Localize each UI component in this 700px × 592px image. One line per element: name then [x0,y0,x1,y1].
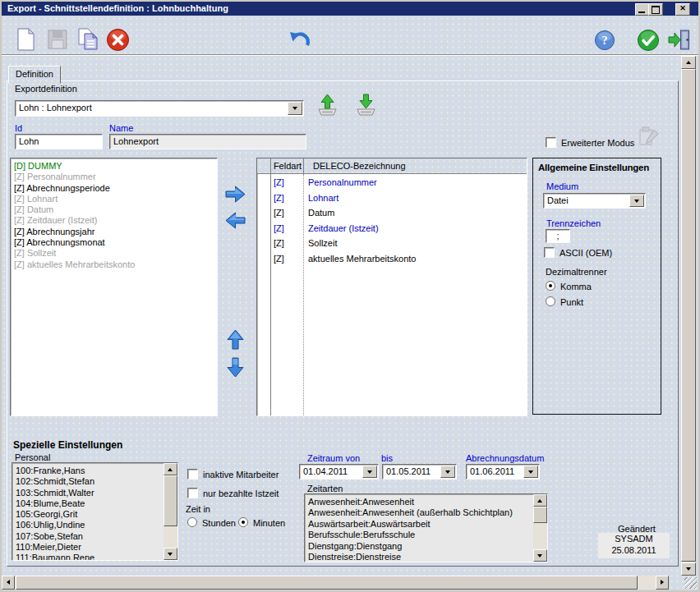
zeitraum-von-datepicker[interactable]: 01.04.2011 [299,464,379,480]
arrow-right-icon [224,185,246,204]
scrollbar-thumb[interactable] [681,69,696,562]
table-row[interactable]: [Z]Personalnummer [257,175,527,190]
list-item[interactable]: [D] DUMMY [11,161,217,172]
move-down-button[interactable] [226,356,245,380]
header-divider [303,158,304,173]
move-up-button[interactable] [226,328,245,352]
list-item[interactable]: [Z] Zeitdauer (Istzeit) [11,215,217,226]
erweiterter-modus-checkbox[interactable] [546,137,556,148]
scroll-down-button[interactable] [681,562,696,576]
feldart-cell: [Z] [274,221,284,236]
table-row[interactable]: [Z]Datum [257,205,527,221]
punkt-radio[interactable] [546,296,555,306]
list-item[interactable]: [Z] Datum [11,204,217,215]
abrechnungsdatum-dropdown-button[interactable] [523,466,538,478]
scroll-up-button[interactable] [533,494,547,507]
ok-button[interactable] [637,29,660,53]
new-button[interactable] [14,27,37,53]
list-item[interactable]: Dienstreise:Dienstreise [305,552,547,562]
edit-definition-button[interactable] [638,126,660,149]
close-button[interactable]: ✕ [675,3,690,16]
zeitraum-von-dropdown-button[interactable] [362,466,377,478]
komma-radio[interactable] [546,281,555,291]
list-item[interactable]: [Z] Abrechnungsjahr [11,227,217,237]
list-item[interactable]: 105:Georgi,Grit [12,509,177,520]
personal-list-scrollbar[interactable] [163,463,177,560]
zeitarten-list[interactable]: Anwesenheit:Anwesenheit Anwesenheit:Anwe… [304,493,548,562]
table-row[interactable]: [Z]aktuelles Mehrarbeitskonto [257,251,527,267]
list-item[interactable]: 100:Franke,Hans [12,466,177,476]
exportdefinition-combobox[interactable]: Lohn : Lohnexport [15,100,304,117]
list-item[interactable]: Anwesenheit:Anwesenheit [305,497,547,507]
list-item[interactable]: [Z] Abrechnungsmonat [11,237,217,248]
minuten-radio[interactable] [238,517,248,527]
delete-button[interactable] [105,27,131,54]
save-button[interactable] [46,28,69,53]
list-item[interactable]: 106:Uhlig,Undine [12,520,177,530]
scroll-down-button[interactable] [533,549,547,562]
scroll-left-button[interactable] [2,576,15,590]
scroll-up-button[interactable] [681,56,696,69]
window-vertical-scrollbar[interactable] [681,56,696,576]
export-definition-button[interactable] [315,92,340,119]
list-item[interactable]: [Z] aktuelles Mehrarbeitskonto [11,259,217,270]
medium-dropdown-button[interactable] [629,195,644,207]
list-item[interactable]: [Z] Personalnummer [11,172,217,182]
scrollbar-thumb[interactable] [533,507,547,523]
move-left-button[interactable] [224,211,246,232]
window-horizontal-scrollbar[interactable] [2,576,669,590]
stunden-radio[interactable] [187,517,197,527]
new-document-icon [14,27,37,52]
table-row[interactable]: [Z]Zeitdauer (Istzeit) [257,221,527,236]
save-icon [46,28,69,51]
list-item[interactable]: [Z] Abrechnungsperiode [11,183,217,194]
ascii-oem-checkbox[interactable] [544,247,555,258]
minimize-icon [638,11,645,13]
list-item[interactable]: [Z] Lohnart [11,194,217,204]
list-item[interactable]: Berufsschule:Berufsschule [305,530,547,540]
move-right-button[interactable] [224,185,246,205]
copy-icon [76,27,100,52]
list-item[interactable]: 103:Schmidt,Walter [12,488,177,498]
zeitarten-scrollbar[interactable] [533,494,547,562]
help-button[interactable]: ? [594,30,615,53]
name-value: Lohnexport [113,136,159,146]
available-fields-list[interactable]: [D] DUMMY [Z] Personalnummer [Z] Abrechn… [10,158,218,416]
list-item[interactable]: [Z] Sollzeit [11,248,217,259]
exit-button[interactable] [667,28,692,53]
abrechnungsdatum-datepicker[interactable]: 01.06.2011 [466,464,540,480]
copy-button[interactable] [76,27,100,53]
tab-definition[interactable]: Definition [8,66,61,84]
scroll-up-button[interactable] [163,463,177,475]
bis-datepicker[interactable]: 01.05.2011 [382,464,457,480]
medium-label: Medium [546,181,578,191]
scroll-down-button[interactable] [163,548,177,560]
personal-list[interactable]: 100:Franke,Hans 102:Schmidt,Stefan 103:S… [12,462,178,561]
import-definition-button[interactable] [353,92,379,119]
medium-combobox[interactable]: Datei [543,193,646,209]
bezahlte-istzeit-checkbox[interactable] [187,488,198,498]
scrollbar-thumb[interactable] [163,475,177,526]
list-item[interactable]: 107:Sobe,Stefan [12,531,177,542]
selected-fields-table[interactable]: Feldart DELECO-Bezeichnung [Z]Personalnu… [256,158,527,416]
list-item[interactable]: 110:Meier,Dieter [12,542,177,553]
list-item[interactable]: Auswärtsarbeit:Auswärtsarbeit [305,519,547,530]
maximize-button[interactable] [648,3,663,16]
scrollbar-thumb[interactable] [16,576,638,590]
list-item[interactable]: 111:Baumann,Rene [12,553,177,561]
name-input[interactable]: Lohnexport [109,134,306,149]
undo-button[interactable] [287,27,312,54]
list-item[interactable]: 102:Schmidt,Stefan [12,476,177,487]
table-row[interactable]: [Z]Lohnart [257,190,527,206]
trennzeichen-input[interactable]: ; [546,229,570,243]
table-row[interactable]: [Z]Sollzeit [257,236,527,251]
list-item[interactable]: 104:Blume,Beate [12,498,177,509]
list-item[interactable]: Dienstgang:Dienstgang [305,541,547,552]
inaktive-mitarbeiter-checkbox[interactable] [187,469,198,480]
scroll-right-button[interactable] [656,576,669,590]
exportdefinition-dropdown-button[interactable] [288,102,302,115]
id-input[interactable]: Lohn [15,134,103,149]
bis-dropdown-button[interactable] [440,466,455,478]
resize-grip[interactable] [684,577,697,589]
list-item[interactable]: Anwesenheit:Anwesenheit (außerhalb Schic… [305,507,547,518]
